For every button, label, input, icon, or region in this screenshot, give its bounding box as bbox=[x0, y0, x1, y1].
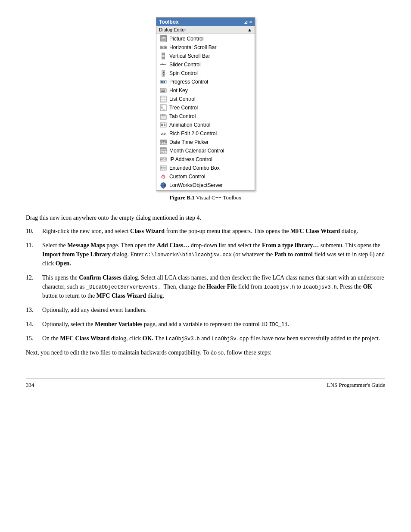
svg-rect-47 bbox=[160, 148, 166, 149]
svg-point-2 bbox=[161, 37, 162, 38]
pin-icon[interactable]: ⊿ bbox=[244, 19, 248, 25]
animation-label: Animation Control bbox=[169, 122, 210, 128]
toolbox-title: Toolbox bbox=[159, 19, 179, 25]
monthcal-label: Month Calendar Control bbox=[169, 148, 224, 154]
toolbox-item-slider[interactable]: ⊸ Slider Control bbox=[156, 60, 255, 69]
section-arrow-icon: ▲ bbox=[247, 27, 252, 32]
toolbox-item-list[interactable]: List Control bbox=[156, 95, 255, 103]
svg-text:►: ► bbox=[165, 46, 167, 49]
extcombo-label: Extended Combo Box bbox=[169, 165, 220, 171]
custom-icon: ⚙ bbox=[160, 173, 167, 180]
richedit-label: Rich Edit 2.0 Control bbox=[169, 131, 217, 137]
toolbox-item-lonworks[interactable]: LonWorksObjectServer bbox=[156, 181, 255, 190]
step-12-num: 12. bbox=[26, 273, 42, 300]
toolbox-item-progress[interactable]: Progress Control bbox=[156, 78, 255, 86]
step-15-num: 15. bbox=[26, 334, 42, 343]
datetime-label: Date Time Picker bbox=[169, 139, 209, 145]
svg-rect-10 bbox=[162, 57, 165, 59]
slider-label: Slider Control bbox=[169, 62, 201, 68]
spin-label: Spin Control bbox=[169, 70, 198, 76]
footer-page-number: 334 bbox=[26, 382, 34, 389]
figure-caption-bold: Figure B.1 bbox=[169, 194, 194, 201]
step-list: 10. Right-click the new icon, and select… bbox=[26, 227, 385, 343]
list-icon bbox=[160, 96, 167, 103]
close-icon[interactable]: × bbox=[249, 19, 252, 25]
custom-label: Custom Control bbox=[169, 174, 205, 180]
step-11-content: Select the Message Maps page. Then open … bbox=[42, 241, 385, 268]
figure-caption: Figure B.1 Visual C++ Toolbox bbox=[169, 194, 241, 201]
slider-icon: ⊸ bbox=[160, 61, 167, 68]
toolbox-item-tree[interactable]: Tree Control bbox=[156, 103, 255, 112]
svg-text:1  2  3: 1 2 3 bbox=[161, 151, 165, 153]
svg-rect-38 bbox=[163, 114, 165, 116]
svg-rect-9 bbox=[162, 53, 165, 55]
toolbox-item-datetime[interactable]: M T W 1 2 3 Date Time Picker bbox=[156, 138, 255, 146]
svg-point-60 bbox=[163, 187, 164, 189]
extcombo-icon bbox=[160, 165, 167, 171]
tab-label: Tab Control bbox=[169, 113, 196, 119]
closing-paragraph: Next, you need to edit the two files to … bbox=[26, 348, 385, 357]
vscroll-label: Vertical Scroll Bar bbox=[169, 53, 210, 59]
picture-icon bbox=[160, 35, 167, 42]
richedit-icon: 2.0 bbox=[160, 130, 167, 137]
toolbox-title-bar: Toolbox ⊿ × bbox=[156, 18, 255, 26]
toolbox-item-animation[interactable]: Animation Control bbox=[156, 121, 255, 129]
svg-rect-41 bbox=[164, 124, 165, 126]
svg-rect-55 bbox=[161, 168, 162, 169]
list-label: List Control bbox=[169, 96, 196, 102]
svg-rect-19 bbox=[161, 81, 162, 83]
step-13-content: Optionally, add any desired event handle… bbox=[42, 305, 385, 314]
toolbox-widget: Toolbox ⊿ × Dialog Editor ▲ bbox=[156, 17, 255, 191]
footer-title: LNS Programmer's Guide bbox=[327, 382, 385, 389]
ipaddress-icon: 000.000 bbox=[160, 156, 167, 163]
svg-text:▼: ▼ bbox=[162, 74, 165, 76]
hscroll-icon: ◄ ► bbox=[160, 44, 167, 51]
tree-label: Tree Control bbox=[169, 105, 198, 111]
toolbox-title-icons: ⊿ × bbox=[244, 19, 252, 25]
toolbox-item-hscroll[interactable]: ◄ ► Horizontal Scroll Bar bbox=[156, 43, 255, 52]
toolbox-item-tab[interactable]: Tab Control bbox=[156, 112, 255, 121]
svg-rect-53 bbox=[161, 167, 162, 168]
toolbox-item-monthcal[interactable]: Su Mo Tu 1 2 3 Month Calendar Control bbox=[156, 146, 255, 155]
toolbox-item-hotkey[interactable]: ⌨ Hot Key bbox=[156, 86, 255, 95]
svg-rect-20 bbox=[162, 81, 164, 83]
list-item: 13. Optionally, add any desired event ha… bbox=[26, 305, 385, 314]
list-item: 11. Select the Message Maps page. Then o… bbox=[26, 241, 385, 268]
step-13-num: 13. bbox=[26, 305, 42, 314]
toolbox-section-header[interactable]: Dialog Editor ▲ bbox=[156, 26, 255, 34]
step-14-content: Optionally, select the Member Variables … bbox=[42, 320, 385, 329]
animation-icon bbox=[160, 121, 167, 128]
progress-label: Progress Control bbox=[169, 79, 208, 85]
progress-icon bbox=[160, 78, 167, 85]
lonworks-label: LonWorksObjectServer bbox=[169, 182, 223, 188]
svg-text:1 2 3: 1 2 3 bbox=[161, 142, 165, 145]
intro-paragraph: Drag this new icon anywhere onto the emp… bbox=[26, 213, 385, 222]
toolbox-container: Toolbox ⊿ × Dialog Editor ▲ bbox=[156, 17, 255, 201]
toolbox-item-extcombo[interactable]: Extended Combo Box bbox=[156, 164, 255, 172]
spin-icon: ▲ ▼ bbox=[160, 70, 167, 77]
ipaddress-label: IP Address Control bbox=[169, 156, 212, 162]
svg-marker-1 bbox=[161, 38, 166, 41]
tab-icon bbox=[160, 113, 167, 120]
tree-icon bbox=[160, 104, 167, 111]
page-footer: 334 LNS Programmer's Guide bbox=[26, 379, 385, 389]
svg-rect-21 bbox=[164, 81, 165, 83]
hotkey-label: Hot Key bbox=[169, 87, 188, 93]
hscroll-label: Horizontal Scroll Bar bbox=[169, 44, 216, 50]
toolbox-item-ipaddress[interactable]: 000.000 IP Address Control bbox=[156, 155, 255, 164]
svg-text:◄: ◄ bbox=[161, 46, 163, 49]
svg-text:000.000: 000.000 bbox=[161, 158, 167, 161]
toolbox-item-richedit[interactable]: 2.0 Rich Edit 2.0 Control bbox=[156, 129, 255, 138]
list-item: 10. Right-click the new icon, and select… bbox=[26, 227, 385, 236]
toolbox-item-picture[interactable]: Picture Control bbox=[156, 34, 255, 43]
list-item: 14. Optionally, select the Member Variab… bbox=[26, 320, 385, 329]
step-10-num: 10. bbox=[26, 227, 42, 236]
lonworks-icon bbox=[160, 182, 167, 189]
toolbox-item-spin[interactable]: ▲ ▼ Spin Control bbox=[156, 69, 255, 78]
figure-caption-text: Visual C++ Toolbox bbox=[196, 194, 242, 201]
toolbox-item-vscroll[interactable]: Vertical Scroll Bar bbox=[156, 52, 255, 60]
step-14-num: 14. bbox=[26, 320, 42, 329]
svg-text:⌨: ⌨ bbox=[161, 89, 165, 92]
toolbox-item-custom[interactable]: ⚙ Custom Control bbox=[156, 172, 255, 181]
svg-rect-37 bbox=[160, 114, 162, 116]
